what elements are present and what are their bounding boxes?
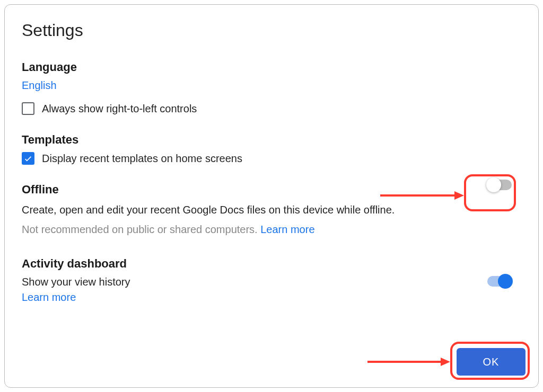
svg-marker-3 <box>441 358 450 366</box>
offline-learn-more-link[interactable]: Learn more <box>260 224 314 236</box>
ok-button[interactable]: OK <box>457 348 526 376</box>
language-value-link[interactable]: English <box>22 79 57 92</box>
templates-header: Templates <box>22 133 521 147</box>
offline-section: Offline Create, open and edit your recen… <box>22 183 521 236</box>
toggle-thumb-icon <box>498 274 513 289</box>
language-header: Language <box>22 60 521 74</box>
annotation-arrow-icon <box>367 357 450 367</box>
offline-toggle[interactable] <box>487 180 512 190</box>
check-icon <box>23 154 33 163</box>
offline-description: Create, open and edit your recent Google… <box>22 204 521 216</box>
dialog-title: Settings <box>22 21 521 40</box>
rtl-checkbox[interactable] <box>22 102 34 115</box>
offline-header: Offline <box>22 183 521 197</box>
settings-dialog: Settings Language English Always show ri… <box>4 4 539 388</box>
activity-learn-more-link[interactable]: Learn more <box>22 291 76 304</box>
rtl-checkbox-label: Always show right-to-left controls <box>42 103 197 115</box>
display-recent-label: Display recent templates on home screens <box>42 153 242 165</box>
toggle-thumb-icon <box>486 177 501 192</box>
offline-warning: Not recommended on public or shared comp… <box>22 224 260 235</box>
activity-header: Activity dashboard <box>22 257 521 271</box>
activity-section: Activity dashboard Show your view histor… <box>22 257 521 304</box>
display-recent-checkbox[interactable] <box>22 152 34 165</box>
language-section: Language English Always show right-to-le… <box>22 60 521 115</box>
templates-section: Templates Display recent templates on ho… <box>22 133 521 165</box>
activity-description: Show your view history <box>22 276 521 288</box>
activity-toggle[interactable] <box>487 276 512 287</box>
